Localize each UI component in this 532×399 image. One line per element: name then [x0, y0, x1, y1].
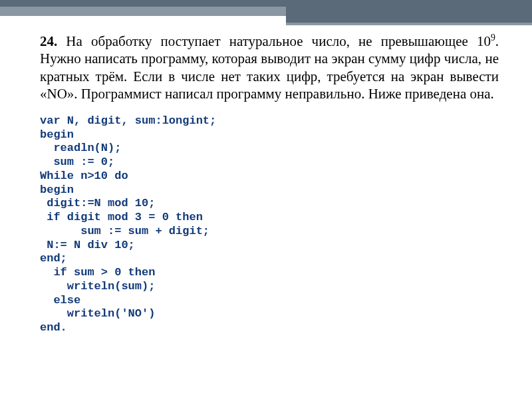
code-listing: var N, digit, sum:longint; begin readln(…: [40, 114, 499, 335]
problem-statement: 24. На обработку поступает натуральное ч…: [40, 32, 499, 102]
problem-body: На обработку поступает натуральное число…: [40, 33, 499, 102]
problem-number: 24.: [40, 33, 57, 49]
slide-content: 24. На обработку поступает натуральное ч…: [40, 32, 499, 335]
slide-header-block: [286, 0, 532, 25]
